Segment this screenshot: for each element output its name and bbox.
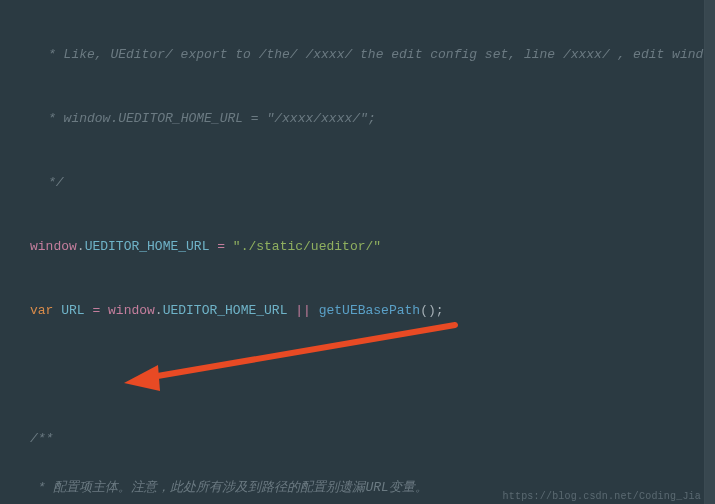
code-editor: * Like, UEditor/ export to /the/ /xxxx/ … (0, 0, 715, 504)
tok-var: var (30, 303, 53, 318)
tok-url: URL (61, 303, 84, 318)
code-line: * Like, UEditor/ export to /the/ /xxxx/ … (8, 45, 715, 64)
comment-text: * Like, UEditor/ export to /the/ /xxxx/ … (48, 47, 715, 62)
vertical-scrollbar[interactable] (705, 0, 715, 504)
comment-text: * window.UEDITOR_HOME_URL = "/xxxx/xxxx/… (48, 111, 376, 126)
code-area[interactable]: * Like, UEditor/ export to /the/ /xxxx/ … (0, 0, 715, 504)
tok-prop: UEDITOR_HOME_URL (85, 239, 210, 254)
code-line: * window.UEDITOR_HOME_URL = "/xxxx/xxxx/… (8, 109, 715, 128)
code-line: */ (8, 173, 715, 192)
code-line: /** (8, 429, 715, 448)
blank-line (8, 365, 715, 384)
tok-window: window (30, 239, 77, 254)
tok-func: getUEBasePath (319, 303, 420, 318)
tok-or: || (287, 303, 318, 318)
code-line: window.UEDITOR_HOME_URL = "./static/uedi… (8, 237, 715, 256)
tok-string: "./static/ueditor/" (233, 239, 381, 254)
watermark-text: https://blog.csdn.net/Coding_Jia (503, 491, 701, 502)
code-line: var URL = window.UEDITOR_HOME_URL || get… (8, 301, 715, 320)
comment-text: */ (48, 175, 64, 190)
